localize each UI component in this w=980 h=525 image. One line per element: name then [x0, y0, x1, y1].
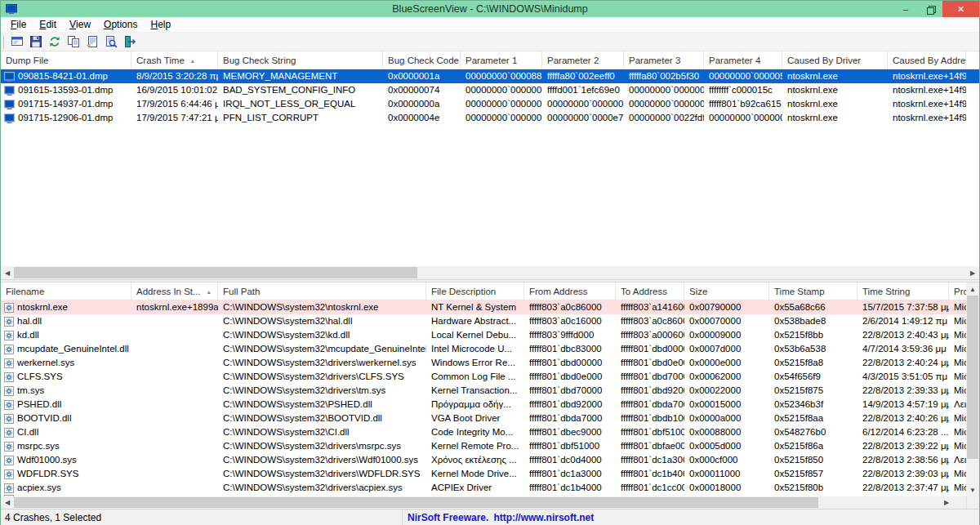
column-header-stack[interactable]: Address In St...▴	[131, 283, 218, 300]
driver-row[interactable]: kd.dllC:\WINDOWS\system32\kd.dllLocal Ke…	[1, 328, 968, 342]
column-header-product[interactable]: Produ	[949, 283, 968, 300]
column-header-p1[interactable]: Parameter 1	[461, 51, 542, 69]
driver-row-cell-product: Micro	[949, 314, 968, 328]
menu-view[interactable]: View	[63, 17, 97, 32]
column-header-p3[interactable]: Parameter 3	[624, 51, 704, 69]
dump-file-row-cell-p1: 00000000`000000...	[461, 83, 542, 97]
driver-row-cell-from: fffff801`dbf51000	[524, 439, 616, 453]
driver-row-cell-timestr: 22/8/2013 2:37:47 μμ	[858, 481, 949, 495]
column-header-desc[interactable]: File Description	[426, 283, 524, 300]
driver-row[interactable]: CLFS.SYSC:\WINDOWS\system32\drivers\CLFS…	[1, 370, 968, 384]
driver-row-cell-stack	[131, 384, 218, 398]
save-button[interactable]	[26, 33, 45, 51]
scroll-right-icon[interactable]: ▶	[966, 266, 979, 279]
column-header-p2[interactable]: Parameter 2	[542, 51, 624, 69]
dump-file-row[interactable]: 090815-8421-01.dmp8/9/2015 3:20:28 πμMEM…	[1, 69, 979, 83]
column-header-stamp[interactable]: Time Stamp	[769, 283, 858, 300]
nirsoft-link[interactable]: http://www.nirsoft.net	[493, 512, 594, 523]
upper-hscroll-thumb[interactable]	[14, 267, 417, 278]
advanced-options-button[interactable]	[7, 33, 26, 51]
driver-row-cell-desc: Intel Microcode U...	[426, 342, 524, 356]
driver-row[interactable]: BOOTVID.dllC:\WINDOWS\system32\BOOTVID.d…	[1, 412, 968, 425]
driver-row[interactable]: msrpc.sysC:\WINDOWS\system32\drivers\msr…	[1, 439, 968, 453]
cell-text: BOOTVID.dll	[17, 412, 71, 425]
scroll-left-icon[interactable]: ◀	[1, 266, 14, 279]
column-header-file[interactable]: Dump File	[1, 51, 131, 69]
scroll-right-icon[interactable]: ▶	[940, 496, 953, 509]
column-header-size[interactable]: Size	[684, 283, 769, 300]
system-file-icon	[4, 414, 14, 424]
driver-row[interactable]: WDFLDR.SYSC:\WINDOWS\system32\drivers\WD…	[1, 467, 968, 481]
column-header-addr[interactable]: Caused By Address	[888, 51, 966, 69]
driver-row[interactable]: mcupdate_GenuineIntel.dllC:\WINDOWS\syst…	[1, 342, 968, 356]
lower-hscroll-thumb[interactable]	[14, 497, 818, 508]
column-header-to[interactable]: To Address	[616, 283, 684, 300]
restore-button[interactable]	[918, 1, 942, 17]
column-header-driver[interactable]: Caused By Driver	[782, 51, 888, 69]
properties-button[interactable]	[82, 33, 101, 51]
column-header-path[interactable]: Full Path	[218, 283, 426, 300]
scroll-up-icon[interactable]: ▲	[966, 283, 979, 296]
driver-row-cell-timestr: 22/8/2013 2:40:24 μμ	[858, 356, 949, 370]
cell-text: kd.dll	[17, 328, 39, 342]
column-header-p4[interactable]: Parameter 4	[704, 51, 782, 69]
find-button[interactable]	[101, 33, 120, 51]
scroll-left-icon[interactable]: ◀	[1, 496, 14, 509]
driver-row[interactable]: Wdf01000.sysC:\WINDOWS\system32\drivers\…	[1, 453, 968, 467]
driver-row-cell-size: 0x00011000	[684, 467, 769, 481]
cell-text: CLFS.SYS	[17, 370, 63, 384]
menu-options[interactable]: Options	[97, 17, 144, 32]
menu-file[interactable]: File	[4, 17, 33, 32]
dump-file-row-cell-p2: 00000000`000000...	[542, 97, 624, 111]
app-icon	[6, 4, 17, 14]
driver-row[interactable]: werkernel.sysC:\WINDOWS\system32\drivers…	[1, 356, 968, 370]
upper-horizontal-scrollbar[interactable]: ◀ ▶	[1, 266, 979, 279]
restore-icon	[927, 6, 934, 13]
system-file-icon	[4, 303, 14, 313]
column-header-code[interactable]: Bug Check Code	[383, 51, 461, 69]
driver-row-cell-to: fffff801`dc1cc000	[616, 481, 684, 495]
driver-row-cell-product: Λειτο	[949, 398, 968, 412]
dump-file-row[interactable]: 091615-13593-01.dmp16/9/2015 10:01:02...…	[1, 83, 979, 97]
column-header-filename[interactable]: Filename	[1, 283, 131, 300]
column-header-time[interactable]: Crash Time▴	[131, 51, 218, 69]
exit-button[interactable]	[120, 33, 139, 51]
lower-vscroll-thumb[interactable]	[967, 296, 978, 459]
column-header-from[interactable]: From Address	[524, 283, 616, 300]
column-header-timestr[interactable]: Time String	[858, 283, 949, 300]
cell-text: CI.dll	[17, 425, 38, 439]
driver-row-cell-size: 0x00070000	[684, 314, 769, 328]
refresh-button[interactable]	[45, 33, 64, 51]
driver-row[interactable]: tm.sysC:\WINDOWS\system32\drivers\tm.sys…	[1, 384, 968, 398]
menu-help[interactable]: Help	[144, 17, 177, 32]
driver-row-cell-timestr: 4/3/2015 3:51:05 πμ	[858, 370, 949, 384]
lower-horizontal-scrollbar[interactable]: ◀ ▶	[1, 496, 979, 509]
driver-row[interactable]: ntoskrnl.exentoskrnl.exe+1899adC:\WINDOW…	[1, 300, 968, 314]
close-button[interactable]: ✕	[942, 1, 979, 17]
dump-file-row-cell-extra	[966, 69, 979, 83]
column-header-extra[interactable]	[966, 51, 979, 69]
driver-row[interactable]: acpiex.sysC:\WINDOWS\system32\drivers\ac…	[1, 481, 968, 495]
cell-text: 091715-12906-01.dmp	[18, 111, 113, 125]
driver-row-cell-to: fffff803`a0006000	[616, 328, 684, 342]
driver-row-cell-path: C:\WINDOWS\system32\CI.dll	[218, 425, 426, 439]
scroll-down-icon[interactable]: ▼	[966, 483, 979, 496]
driver-row-cell-product: Λειτο	[949, 453, 968, 467]
copy-button[interactable]	[64, 33, 82, 51]
dump-file-row-cell-p4: 00000000`000000...	[704, 111, 782, 125]
driver-row-cell-filename: hal.dll	[1, 314, 131, 328]
column-header-bugstr[interactable]: Bug Check String	[218, 51, 383, 69]
driver-row[interactable]: PSHED.dllC:\WINDOWS\system32\PSHED.dllΠρ…	[1, 398, 968, 412]
driver-row-cell-from: fffff801`dbd70000	[524, 384, 616, 398]
system-file-icon	[4, 345, 14, 354]
driver-row[interactable]: CI.dllC:\WINDOWS\system32\CI.dllCode Int…	[1, 425, 968, 439]
minimize-button[interactable]: –	[893, 1, 918, 17]
lower-vertical-scrollbar[interactable]: ▲ ▼	[966, 283, 979, 496]
dump-file-row[interactable]: 091715-14937-01.dmp17/9/2015 6:44:46 μμI…	[1, 97, 979, 111]
driver-row[interactable]: hal.dllC:\WINDOWS\system32\hal.dllHardwa…	[1, 314, 968, 328]
menu-edit[interactable]: Edit	[33, 17, 63, 32]
dump-file-row[interactable]: 091715-12906-01.dmp17/9/2015 7:47:21 μμP…	[1, 111, 979, 125]
driver-row-cell-product: Micro	[949, 356, 968, 370]
driver-row-cell-stack	[131, 439, 218, 453]
driver-row-cell-stack	[131, 314, 218, 328]
